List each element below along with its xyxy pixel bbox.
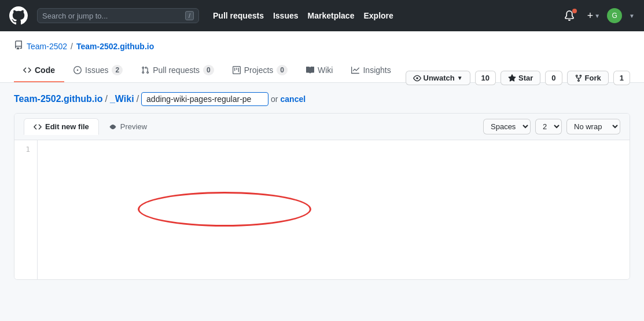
tab-wiki-label: Wiki (318, 65, 333, 75)
navbar-link-pull-requests[interactable]: Pull requests (213, 11, 264, 20)
main-content: Team-2502.github.io / _Wiki / or cancel … (0, 83, 644, 289)
breadcrumb-wiki-link[interactable]: _Wiki (110, 94, 134, 104)
indent-select[interactable]: 2 4 8 (535, 119, 562, 134)
breadcrumb-filename-input[interactable] (141, 92, 268, 106)
editor-controls: Spaces Tabs 2 4 8 No wrap Soft wrap (483, 119, 620, 134)
tab-insights-label: Insights (363, 65, 391, 75)
avatar-chevron-icon: ▼ (629, 13, 635, 19)
tab-code[interactable]: Code (14, 59, 64, 82)
wrap-select[interactable]: No wrap Soft wrap (566, 119, 620, 134)
editor-card: Edit new file Preview Spaces Tabs 2 4 (14, 113, 630, 280)
watch-chevron-icon: ▼ (457, 75, 463, 81)
tab-projects-label: Projects (244, 65, 274, 75)
search-bar[interactable]: / (37, 8, 199, 23)
repo-owner-link[interactable]: Team-2502 (27, 42, 67, 51)
editor-tabs: Edit new file Preview (24, 118, 157, 135)
tab-wiki[interactable]: Wiki (297, 59, 342, 82)
tab-preview-label: Preview (120, 122, 147, 131)
tab-issues-label: Issues (85, 65, 108, 75)
tab-prs-badge: 0 (203, 65, 214, 75)
tab-preview[interactable]: Preview (99, 118, 157, 135)
navbar-links: Pull requests Issues Marketplace Explore (213, 11, 393, 20)
tab-projects[interactable]: Projects 0 (223, 59, 297, 82)
breadcrumb-cancel-link[interactable]: cancel (281, 94, 306, 104)
repo-name-link[interactable]: Team-2502.github.io (76, 42, 154, 51)
tab-edit-new-file-label: Edit new file (45, 122, 89, 131)
editor-textarea[interactable] (38, 140, 630, 279)
navbar-link-issues[interactable]: Issues (273, 11, 299, 20)
repo-header: Team-2502 / Team-2502.github.io Unwatch … (0, 31, 644, 83)
tab-edit-new-file[interactable]: Edit new file (24, 118, 99, 135)
breadcrumb-sep1: / (105, 94, 108, 104)
repo-icon (14, 41, 23, 52)
chevron-down-icon: ▼ (594, 13, 600, 19)
navbar-link-marketplace[interactable]: Marketplace (308, 11, 355, 20)
line-numbers: 1 (14, 140, 38, 279)
tab-issues[interactable]: Issues 2 (64, 59, 132, 82)
tab-projects-badge: 0 (277, 65, 288, 75)
breadcrumb: Team-2502.github.io / _Wiki / or cancel (14, 92, 630, 106)
tab-prs-label: Pull requests (153, 65, 200, 75)
breadcrumb-sep2: / (137, 94, 139, 104)
new-item-button[interactable]: + ▼ (587, 10, 600, 22)
avatar[interactable]: G (607, 8, 622, 23)
navbar-link-explore[interactable]: Explore (363, 11, 393, 20)
navbar: / Pull requests Issues Marketplace Explo… (0, 0, 644, 31)
tab-insights[interactable]: Insights (342, 59, 400, 82)
line-number-1: 1 (21, 145, 30, 154)
spaces-select[interactable]: Spaces Tabs (483, 119, 531, 134)
editor-body: 1 (14, 140, 630, 279)
notification-dot (572, 9, 577, 13)
repo-separator: / (71, 42, 73, 51)
tab-code-label: Code (35, 65, 55, 75)
editor-header: Edit new file Preview Spaces Tabs 2 4 (14, 114, 630, 140)
navbar-actions: + ▼ G ▼ (564, 8, 635, 23)
notifications-button[interactable] (564, 10, 580, 21)
slash-badge: / (185, 11, 194, 20)
breadcrumb-or: or (271, 94, 278, 104)
tab-pull-requests[interactable]: Pull requests 0 (132, 59, 223, 82)
github-logo[interactable] (9, 6, 28, 25)
search-input[interactable] (42, 12, 181, 20)
tab-issues-badge: 2 (112, 65, 123, 75)
repo-title: Team-2502 / Team-2502.github.io (14, 41, 630, 52)
breadcrumb-repo-link[interactable]: Team-2502.github.io (14, 94, 103, 104)
